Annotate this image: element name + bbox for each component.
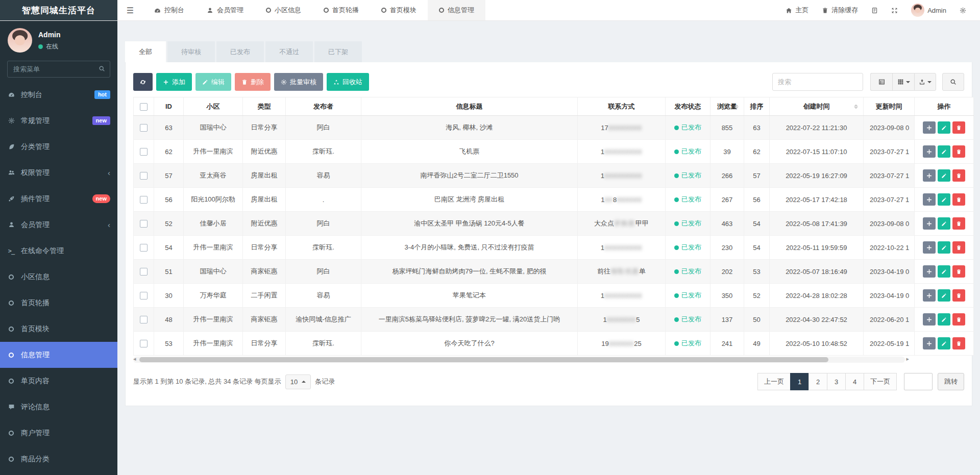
move-button[interactable] [923, 193, 936, 206]
status-tab-2[interactable]: 待审核 [167, 41, 215, 62]
row-checkbox[interactable] [140, 340, 148, 347]
status-tab-5[interactable]: 已下架 [314, 41, 362, 62]
log-button[interactable] [865, 0, 885, 21]
delete-row-button[interactable] [952, 193, 965, 206]
move-button[interactable] [923, 169, 936, 182]
delete-row-button[interactable] [952, 145, 965, 158]
move-button[interactable] [923, 289, 936, 302]
home-link[interactable]: 主页 [779, 0, 815, 21]
add-button[interactable]: 添加 [156, 73, 192, 91]
search-button[interactable] [942, 73, 964, 91]
sidebar-item-9[interactable]: 首页轮播 [0, 290, 117, 316]
sidebar-item-14[interactable]: 商户管理 [0, 420, 117, 446]
row-checkbox[interactable] [140, 196, 148, 204]
row-checkbox[interactable] [140, 244, 148, 252]
row-checkbox[interactable] [140, 124, 148, 132]
delete-button[interactable]: 删除 [235, 73, 271, 91]
fullscreen-button[interactable] [885, 0, 904, 21]
nav-tab-6[interactable]: 信息管理 [428, 0, 485, 20]
sidebar-item-13[interactable]: 评论信息 [0, 394, 117, 420]
delete-row-button[interactable] [952, 337, 965, 349]
row-checkbox[interactable] [140, 220, 148, 228]
move-button[interactable] [923, 313, 936, 326]
column-header[interactable]: 创建时间 [770, 97, 864, 116]
sidebar-item-11[interactable]: 信息管理 [0, 342, 117, 368]
delete-row-button[interactable] [952, 121, 965, 134]
scrollbar-thumb[interactable] [139, 357, 828, 362]
edit-row-button[interactable] [938, 145, 950, 158]
edit-row-button[interactable] [938, 265, 950, 278]
sidebar-item-7[interactable]: >_在线命令管理 [0, 238, 117, 264]
sort-carets-icon[interactable] [854, 104, 858, 109]
page-button-4[interactable]: 4 [845, 373, 864, 390]
horizontal-scrollbar[interactable]: ◂ ▸ [133, 357, 905, 363]
nav-tab-5[interactable]: 首页模块 [370, 0, 428, 20]
move-button[interactable] [923, 265, 936, 278]
edit-row-button[interactable] [938, 241, 950, 254]
view-grid-button[interactable] [892, 73, 914, 91]
row-checkbox[interactable] [140, 316, 148, 323]
edit-row-button[interactable] [938, 217, 950, 230]
settings-button[interactable] [953, 0, 973, 21]
status-tab-3[interactable]: 已发布 [216, 41, 264, 62]
export-button[interactable] [914, 73, 936, 91]
sidebar-item-5[interactable]: 插件管理new [0, 186, 117, 212]
delete-row-button[interactable] [952, 265, 965, 278]
sidebar-item-1[interactable]: 控制台hot [0, 82, 117, 108]
refresh-button[interactable] [133, 73, 153, 91]
sidebar-item-10[interactable]: 首页模块 [0, 316, 117, 342]
select-all-checkbox[interactable] [140, 103, 148, 111]
column-header[interactable]: 浏览量 [710, 97, 744, 116]
sidebar-item-12[interactable]: 单页内容 [0, 368, 117, 394]
clear-cache-link[interactable]: 清除缓存 [815, 0, 865, 21]
edit-row-button[interactable] [938, 289, 950, 302]
batch-audit-button[interactable]: 批量审核 [274, 73, 323, 91]
view-list-button[interactable] [870, 73, 892, 91]
sidebar-item-6[interactable]: 会员管理‹ [0, 212, 117, 238]
delete-row-button[interactable] [952, 217, 965, 230]
sidebar-item-2[interactable]: 常规管理new [0, 108, 117, 134]
move-button[interactable] [923, 337, 936, 349]
sidebar-item-15[interactable]: 商品分类 [0, 446, 117, 472]
page-button-1[interactable]: 1 [790, 373, 808, 390]
nav-tab-1[interactable]: 控制台 [143, 0, 195, 20]
sidebar-item-4[interactable]: 权限管理‹ [0, 160, 117, 186]
recycle-bin-button[interactable]: 回收站 [327, 73, 369, 91]
sort-carets-icon[interactable] [734, 104, 739, 109]
page-button-3[interactable]: 3 [827, 373, 845, 390]
user-menu[interactable]: Admin [904, 0, 953, 21]
nav-tab-4[interactable]: 首页轮播 [312, 0, 370, 20]
status-tab-1[interactable]: 全部 [125, 41, 166, 62]
delete-row-button[interactable] [952, 313, 965, 326]
nav-tab-2[interactable]: 会员管理 [195, 0, 255, 20]
row-checkbox[interactable] [140, 172, 148, 180]
prev-page-button[interactable]: 上一页 [757, 373, 790, 390]
next-page-button[interactable]: 下一页 [864, 373, 897, 390]
edit-row-button[interactable] [938, 121, 950, 134]
page-jump-button[interactable]: 跳转 [938, 373, 964, 390]
table-search-input[interactable] [772, 73, 863, 91]
page-button-2[interactable]: 2 [808, 373, 827, 390]
row-checkbox[interactable] [140, 148, 148, 156]
row-checkbox[interactable] [140, 292, 148, 299]
move-button[interactable] [923, 217, 936, 230]
scroll-right-icon[interactable]: ▸ [906, 356, 909, 362]
scroll-left-icon[interactable]: ◂ [133, 356, 136, 362]
edit-row-button[interactable] [938, 337, 950, 349]
nav-tab-3[interactable]: 小区信息 [255, 0, 312, 20]
menu-search-input[interactable] [7, 61, 110, 78]
sidebar-item-8[interactable]: 小区信息 [0, 264, 117, 290]
edit-row-button[interactable] [938, 193, 950, 206]
move-button[interactable] [923, 121, 936, 134]
page-jump-input[interactable] [904, 373, 933, 390]
move-button[interactable] [923, 145, 936, 158]
edit-button[interactable]: 编辑 [195, 73, 231, 91]
delete-row-button[interactable] [952, 289, 965, 302]
row-checkbox[interactable] [140, 268, 148, 276]
hamburger-icon[interactable]: ☰ [117, 0, 143, 20]
delete-row-button[interactable] [952, 169, 965, 182]
edit-row-button[interactable] [938, 169, 950, 182]
move-button[interactable] [923, 241, 936, 254]
delete-row-button[interactable] [952, 241, 965, 254]
sidebar-item-3[interactable]: 分类管理 [0, 134, 117, 160]
